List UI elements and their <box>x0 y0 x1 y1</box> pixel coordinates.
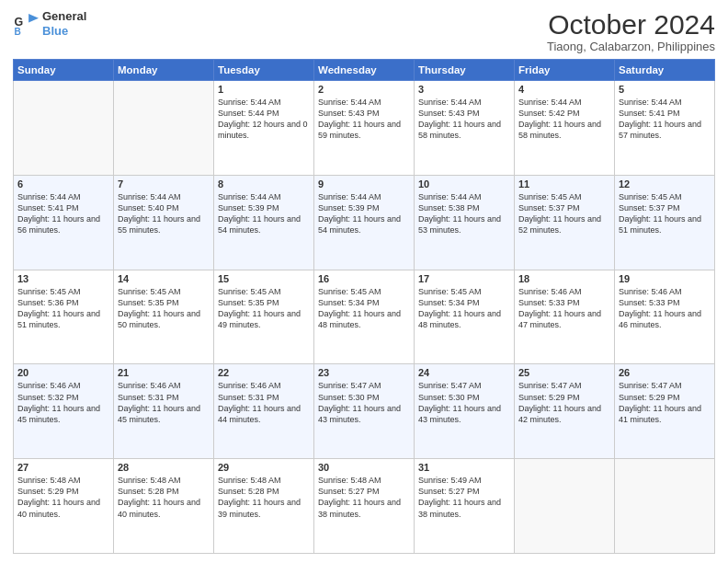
day-info: Sunrise: 5:48 AM Sunset: 5:29 PM Dayligh… <box>17 475 109 520</box>
calendar-cell: 2Sunrise: 5:44 AM Sunset: 5:43 PM Daylig… <box>314 81 415 176</box>
day-number: 9 <box>318 178 410 190</box>
day-info: Sunrise: 5:44 AM Sunset: 5:44 PM Dayligh… <box>218 97 310 142</box>
title-block: October 2024 Tiaong, Calabarzon, Philipp… <box>547 9 715 53</box>
calendar-cell: 19Sunrise: 5:46 AM Sunset: 5:33 PM Dayli… <box>615 270 715 364</box>
calendar-header-thursday: Thursday <box>415 60 515 81</box>
day-info: Sunrise: 5:44 AM Sunset: 5:42 PM Dayligh… <box>518 97 610 142</box>
day-info: Sunrise: 5:46 AM Sunset: 5:31 PM Dayligh… <box>218 380 310 425</box>
calendar-cell <box>515 459 615 554</box>
day-info: Sunrise: 5:46 AM Sunset: 5:32 PM Dayligh… <box>17 380 109 425</box>
day-info: Sunrise: 5:45 AM Sunset: 5:34 PM Dayligh… <box>418 286 510 331</box>
day-info: Sunrise: 5:44 AM Sunset: 5:41 PM Dayligh… <box>619 97 711 142</box>
day-info: Sunrise: 5:44 AM Sunset: 5:40 PM Dayligh… <box>118 191 210 236</box>
day-info: Sunrise: 5:47 AM Sunset: 5:29 PM Dayligh… <box>619 380 711 425</box>
day-number: 21 <box>118 367 210 378</box>
calendar-cell: 13Sunrise: 5:45 AM Sunset: 5:36 PM Dayli… <box>14 270 114 364</box>
day-number: 16 <box>318 273 410 284</box>
day-info: Sunrise: 5:44 AM Sunset: 5:41 PM Dayligh… <box>17 191 109 236</box>
subtitle: Tiaong, Calabarzon, Philippines <box>547 40 715 53</box>
calendar-cell: 25Sunrise: 5:47 AM Sunset: 5:29 PM Dayli… <box>515 364 615 459</box>
calendar-header-sunday: Sunday <box>14 60 114 81</box>
day-number: 11 <box>518 178 610 190</box>
day-info: Sunrise: 5:45 AM Sunset: 5:37 PM Dayligh… <box>619 191 711 236</box>
day-number: 6 <box>17 178 109 190</box>
day-info: Sunrise: 5:44 AM Sunset: 5:43 PM Dayligh… <box>418 97 510 142</box>
day-number: 13 <box>17 273 109 284</box>
calendar-header-tuesday: Tuesday <box>214 60 314 81</box>
day-info: Sunrise: 5:44 AM Sunset: 5:43 PM Dayligh… <box>318 97 410 142</box>
calendar-cell: 17Sunrise: 5:45 AM Sunset: 5:34 PM Dayli… <box>415 270 515 364</box>
day-number: 31 <box>418 462 510 473</box>
logo-text: General Blue <box>42 9 86 38</box>
day-info: Sunrise: 5:49 AM Sunset: 5:27 PM Dayligh… <box>418 475 510 520</box>
calendar-cell: 27Sunrise: 5:48 AM Sunset: 5:29 PM Dayli… <box>14 459 114 554</box>
svg-text:B: B <box>15 26 21 36</box>
day-number: 7 <box>118 178 210 190</box>
calendar-week-row: 1Sunrise: 5:44 AM Sunset: 5:44 PM Daylig… <box>14 81 715 176</box>
day-info: Sunrise: 5:46 AM Sunset: 5:33 PM Dayligh… <box>619 286 711 331</box>
logo-line1: General <box>42 9 86 24</box>
calendar-cell: 18Sunrise: 5:46 AM Sunset: 5:33 PM Dayli… <box>515 270 615 364</box>
calendar-cell: 26Sunrise: 5:47 AM Sunset: 5:29 PM Dayli… <box>615 364 715 459</box>
header: G B General Blue October 2024 Tiaong, Ca… <box>13 9 715 53</box>
calendar-header-row: SundayMondayTuesdayWednesdayThursdayFrid… <box>14 60 715 81</box>
logo-icon: G B <box>13 11 39 37</box>
day-number: 15 <box>218 273 310 284</box>
day-number: 12 <box>619 178 711 190</box>
day-info: Sunrise: 5:45 AM Sunset: 5:35 PM Dayligh… <box>218 286 310 331</box>
day-info: Sunrise: 5:48 AM Sunset: 5:27 PM Dayligh… <box>318 475 410 520</box>
day-number: 19 <box>619 273 711 284</box>
day-number: 25 <box>518 367 610 378</box>
calendar-cell: 23Sunrise: 5:47 AM Sunset: 5:30 PM Dayli… <box>314 364 415 459</box>
day-info: Sunrise: 5:44 AM Sunset: 5:38 PM Dayligh… <box>418 191 510 236</box>
day-info: Sunrise: 5:44 AM Sunset: 5:39 PM Dayligh… <box>218 191 310 236</box>
day-number: 2 <box>318 84 410 95</box>
day-number: 24 <box>418 367 510 378</box>
day-number: 17 <box>418 273 510 284</box>
day-info: Sunrise: 5:45 AM Sunset: 5:37 PM Dayligh… <box>518 191 610 236</box>
day-number: 26 <box>619 367 711 378</box>
calendar-cell: 29Sunrise: 5:48 AM Sunset: 5:28 PM Dayli… <box>214 459 314 554</box>
day-number: 18 <box>518 273 610 284</box>
main-title: October 2024 <box>547 9 715 40</box>
calendar-cell: 6Sunrise: 5:44 AM Sunset: 5:41 PM Daylig… <box>14 175 114 270</box>
day-info: Sunrise: 5:45 AM Sunset: 5:34 PM Dayligh… <box>318 286 410 331</box>
day-number: 20 <box>17 367 109 378</box>
day-number: 10 <box>418 178 510 190</box>
calendar-cell: 4Sunrise: 5:44 AM Sunset: 5:42 PM Daylig… <box>515 81 615 176</box>
day-info: Sunrise: 5:45 AM Sunset: 5:35 PM Dayligh… <box>118 286 210 331</box>
day-number: 27 <box>17 462 109 473</box>
calendar-header-friday: Friday <box>515 60 615 81</box>
calendar-cell: 30Sunrise: 5:48 AM Sunset: 5:27 PM Dayli… <box>314 459 415 554</box>
calendar-cell: 14Sunrise: 5:45 AM Sunset: 5:35 PM Dayli… <box>114 270 214 364</box>
calendar-cell: 5Sunrise: 5:44 AM Sunset: 5:41 PM Daylig… <box>615 81 715 176</box>
calendar-header-wednesday: Wednesday <box>314 60 415 81</box>
calendar-cell: 1Sunrise: 5:44 AM Sunset: 5:44 PM Daylig… <box>214 81 314 176</box>
calendar-cell: 28Sunrise: 5:48 AM Sunset: 5:28 PM Dayli… <box>114 459 214 554</box>
day-info: Sunrise: 5:45 AM Sunset: 5:36 PM Dayligh… <box>17 286 109 331</box>
calendar-cell: 9Sunrise: 5:44 AM Sunset: 5:39 PM Daylig… <box>314 175 415 270</box>
logo: G B General Blue <box>13 9 86 38</box>
calendar-week-row: 6Sunrise: 5:44 AM Sunset: 5:41 PM Daylig… <box>14 175 715 270</box>
day-info: Sunrise: 5:47 AM Sunset: 5:30 PM Dayligh… <box>418 380 510 425</box>
day-info: Sunrise: 5:48 AM Sunset: 5:28 PM Dayligh… <box>218 475 310 520</box>
calendar-cell: 11Sunrise: 5:45 AM Sunset: 5:37 PM Dayli… <box>515 175 615 270</box>
day-number: 5 <box>619 84 711 95</box>
day-info: Sunrise: 5:46 AM Sunset: 5:31 PM Dayligh… <box>118 380 210 425</box>
day-number: 3 <box>418 84 510 95</box>
calendar-cell <box>615 459 715 554</box>
logo-line2: Blue <box>42 24 86 39</box>
calendar-week-row: 27Sunrise: 5:48 AM Sunset: 5:29 PM Dayli… <box>14 459 715 554</box>
calendar-week-row: 20Sunrise: 5:46 AM Sunset: 5:32 PM Dayli… <box>14 364 715 459</box>
calendar-header-saturday: Saturday <box>615 60 715 81</box>
day-number: 22 <box>218 367 310 378</box>
calendar-cell: 20Sunrise: 5:46 AM Sunset: 5:32 PM Dayli… <box>14 364 114 459</box>
calendar-header-monday: Monday <box>114 60 214 81</box>
calendar-cell: 3Sunrise: 5:44 AM Sunset: 5:43 PM Daylig… <box>415 81 515 176</box>
calendar-cell: 12Sunrise: 5:45 AM Sunset: 5:37 PM Dayli… <box>615 175 715 270</box>
day-number: 29 <box>218 462 310 473</box>
calendar-cell: 8Sunrise: 5:44 AM Sunset: 5:39 PM Daylig… <box>214 175 314 270</box>
calendar-cell: 15Sunrise: 5:45 AM Sunset: 5:35 PM Dayli… <box>214 270 314 364</box>
calendar-cell: 22Sunrise: 5:46 AM Sunset: 5:31 PM Dayli… <box>214 364 314 459</box>
day-number: 23 <box>318 367 410 378</box>
